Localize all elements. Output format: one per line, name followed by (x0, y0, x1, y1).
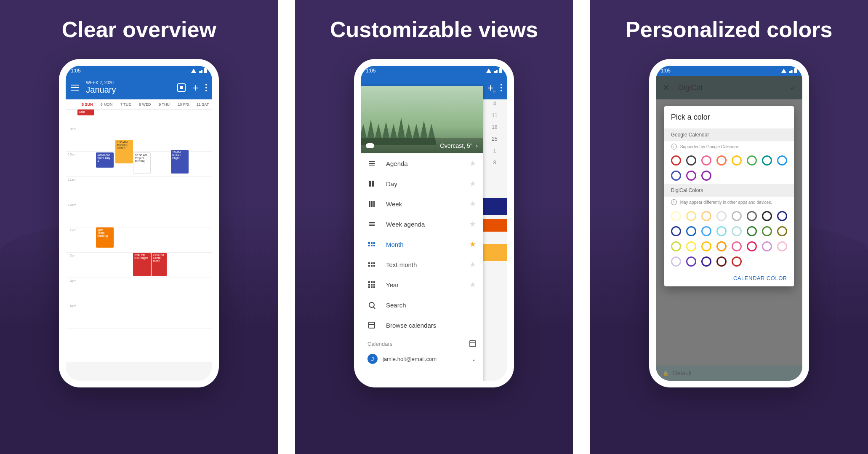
color-swatch[interactable] (686, 256, 696, 267)
color-swatch[interactable] (732, 211, 742, 221)
color-swatch[interactable] (777, 226, 787, 236)
color-swatch[interactable] (701, 155, 711, 166)
phone-2: 1:05 + F 4 11 18 25 1 8 (354, 59, 514, 387)
day-wed[interactable]: 8 WED (135, 99, 154, 109)
color-swatch[interactable] (671, 241, 681, 251)
event-return-flight[interactable]: 10 AMReturn Flight (171, 150, 189, 174)
color-swatch[interactable] (671, 226, 681, 236)
color-swatch[interactable] (777, 211, 787, 221)
day-sat[interactable]: 11 SAT (193, 99, 213, 109)
color-swatch[interactable] (747, 226, 757, 236)
color-swatch[interactable] (747, 211, 757, 221)
color-swatch[interactable] (762, 211, 772, 221)
color-swatch[interactable] (701, 256, 711, 267)
color-swatch[interactable] (671, 171, 681, 181)
color-swatch[interactable] (671, 155, 681, 166)
star-icon[interactable]: ★ (469, 159, 476, 168)
day-sun[interactable]: 5 SUN (77, 99, 97, 109)
drawer-week[interactable]: Week★ (361, 194, 483, 214)
color-swatch[interactable] (686, 171, 696, 181)
digical-colors (664, 208, 794, 270)
add-icon[interactable]: + (192, 82, 199, 93)
status-icons (191, 68, 207, 73)
weather-text: Overcast, 5° (440, 142, 472, 149)
weather-header[interactable]: Overcast, 5° › (361, 86, 483, 153)
more-icon[interactable] (205, 84, 207, 91)
event-nyc-flight[interactable]: 2:00 PMNYC flight (133, 253, 151, 276)
color-swatch[interactable] (716, 256, 727, 267)
info-icon: i (671, 144, 677, 150)
color-swatch[interactable] (671, 211, 681, 221)
event-project-meeting[interactable]: 10:00 AMProject Meeting (133, 152, 151, 174)
event-morning-coffee[interactable]: 9:30 AMMorning Coffee (115, 140, 133, 163)
color-swatch[interactable] (701, 241, 711, 251)
month-event-blue[interactable] (482, 198, 507, 215)
color-swatch[interactable] (762, 226, 772, 236)
star-icon[interactable]: ★ (469, 219, 476, 229)
calendar-color-button[interactable]: CALENDAR COLOR (664, 270, 794, 286)
event-client-meet[interactable]: 2:00 PMClient Meet (152, 253, 167, 276)
drawer-day[interactable]: Day★ (361, 174, 483, 194)
color-swatch[interactable] (777, 241, 787, 251)
event-team-meeting[interactable]: 1pmTeam Meeting (96, 227, 114, 248)
month-event-yellow[interactable] (482, 244, 507, 261)
color-swatch[interactable] (716, 241, 727, 251)
day-thu[interactable]: 9 THU (154, 99, 174, 109)
color-swatch[interactable] (716, 211, 727, 221)
color-swatch[interactable] (701, 226, 711, 236)
drawer-month[interactable]: Month★ (361, 234, 483, 254)
calendar-grid[interactable]: Chill 9am 10am 11am 12pm 1pm 2pm 3pm 4pm… (66, 109, 212, 362)
appbar-title[interactable]: WEEK 2, 2020 January (86, 80, 177, 95)
star-icon[interactable]: ★ (469, 240, 476, 249)
color-swatch[interactable] (686, 226, 696, 236)
color-swatch[interactable] (732, 256, 742, 267)
status-time: 1:05 (661, 68, 671, 74)
text-month-icon (367, 260, 376, 269)
color-swatch[interactable] (716, 155, 727, 166)
drawer-agenda[interactable]: Agenda★ (361, 153, 483, 174)
drawer-text-month[interactable]: Text month★ (361, 254, 483, 275)
status-time: 1:05 (366, 68, 375, 74)
color-swatch[interactable] (686, 211, 696, 221)
year-icon (367, 280, 376, 289)
menu-icon[interactable] (71, 85, 79, 91)
drawer-year[interactable]: Year★ (361, 275, 483, 295)
phone-3: 1:05 ✕ DigiCal ✓ Pick a color Google Cal… (649, 59, 809, 387)
statusbar: 1:05 (656, 66, 802, 76)
drawer-browse[interactable]: Browse calendars (361, 315, 483, 335)
info-icon: i (671, 199, 677, 205)
star-icon[interactable]: ★ (469, 199, 476, 208)
day-tue[interactable]: 7 TUE (116, 99, 136, 109)
drawer-week-agenda[interactable]: Week agenda★ (361, 214, 483, 234)
color-swatch[interactable] (671, 256, 681, 267)
color-swatch[interactable] (747, 155, 757, 166)
color-swatch[interactable] (762, 241, 772, 251)
color-swatch[interactable] (732, 226, 742, 236)
month-event-orange[interactable] (482, 219, 507, 232)
month-label: January (86, 85, 177, 95)
event-chill[interactable]: Chill (77, 109, 94, 115)
avatar: J (367, 354, 378, 364)
day-mon[interactable]: 6 MON (97, 99, 116, 109)
calendar-add-icon[interactable] (469, 340, 476, 347)
color-swatch[interactable] (716, 226, 727, 236)
event-work-day[interactable]: 10:00 AMWork Day 1 (96, 152, 114, 168)
month-grid: F 4 11 18 25 1 8 (482, 86, 507, 168)
day-fri[interactable]: 10 FRI (174, 99, 193, 109)
color-swatch[interactable] (686, 155, 696, 166)
drawer-search[interactable]: Search (361, 295, 483, 315)
color-swatch[interactable] (701, 171, 711, 181)
color-swatch[interactable] (686, 241, 696, 251)
default-row[interactable]: 🔒 Default (656, 366, 802, 381)
color-swatch[interactable] (777, 155, 787, 166)
star-icon[interactable]: ★ (469, 280, 476, 289)
today-icon[interactable] (177, 83, 186, 92)
star-icon[interactable]: ★ (469, 260, 476, 269)
color-swatch[interactable] (747, 241, 757, 251)
color-swatch[interactable] (732, 155, 742, 166)
account-row[interactable]: Jjamie.holt@email.com⌄ (361, 350, 483, 367)
color-swatch[interactable] (762, 155, 772, 166)
color-swatch[interactable] (701, 211, 711, 221)
color-swatch[interactable] (732, 241, 742, 251)
star-icon[interactable]: ★ (469, 179, 476, 188)
